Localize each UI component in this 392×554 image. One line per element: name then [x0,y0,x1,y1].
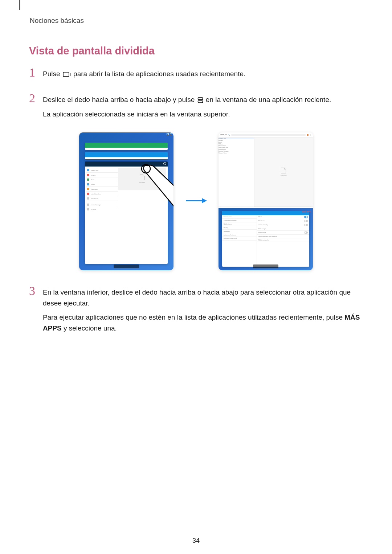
settings-value: Bluetooth [258,220,265,222]
app-title: MY FILES [220,134,226,136]
split-view-icon[interactable] [163,162,166,165]
split-divider[interactable] [219,207,313,208]
tablet-before: Recent files Images Audio Videos Documen… [79,132,173,270]
list-item: Installation files [91,193,101,195]
list-item: Images [91,174,95,176]
app-card-header [85,161,168,167]
settings-value: Wi-Fi [258,216,262,218]
recent-apps-icon [63,69,71,74]
step-body: Pulse para abrir la lista de aplicacione… [43,66,363,83]
step-body: En la ventana inferior, deslice el dedo … [43,285,363,337]
split-top-pane: MY FILES 🔍 ⋮ Recent files Images Audio V… [219,132,313,207]
svg-marker-6 [202,198,207,203]
illustration: Recent files Images Audio Videos Documen… [29,132,363,270]
text: Deslice el dedo hacia arriba o hacia aba… [43,96,197,103]
toggle[interactable] [304,216,308,218]
settings-item[interactable]: Display [224,227,228,229]
svg-rect-1 [70,73,70,76]
settings-item[interactable]: Notifications [224,223,232,225]
action-icon[interactable] [307,134,309,136]
page: Nociones básicas Vista de pantalla divid… [0,0,392,554]
placeholder-text: No files [139,181,146,184]
step-1: 1 Pulse para abrir la lista de aplicacio… [29,66,363,83]
toggle[interactable] [304,220,308,222]
split-view-icon [197,95,203,101]
settings-item[interactable]: Device maintenance [224,238,237,239]
file-icon [140,175,145,180]
step-body: Deslice el dedo hacia arriba o hacia aba… [43,92,363,123]
step-number: 2 [29,92,37,123]
text: Para ejecutar aplicaciones que no estén … [43,313,344,321]
svg-rect-3 [198,101,203,103]
settings-value: Flight mode [258,231,266,233]
running-header: Nociones básicas [30,17,363,25]
tablet-after: MY FILES 🔍 ⋮ Recent files Images Audio V… [219,132,313,270]
list-item: Documents [91,188,98,190]
search-input[interactable] [231,134,306,136]
toggle[interactable] [304,224,308,226]
settings-item[interactable]: Connections [224,216,232,218]
file-icon [281,168,286,173]
page-number: 34 [0,537,392,545]
step-number: 1 [29,66,37,83]
svg-rect-2 [198,98,203,100]
more-apps-button[interactable]: MORE APPS [302,211,311,213]
close-all-button[interactable] [253,264,278,268]
text: en la ventana de una aplicación reciente… [206,96,331,103]
list-item: Recent files [91,169,98,171]
toggle[interactable] [304,231,308,234]
app-card-header [222,211,309,215]
settings-value: Tablet visibility [258,224,268,226]
text: En la ventana inferior, deslice el dedo … [43,287,363,308]
list-item: Audio [91,179,94,181]
settings-item[interactable]: Sound and vibration [224,219,237,221]
arrow-right-icon [185,197,207,206]
step-number: 3 [29,285,37,337]
app-card-header [85,143,168,148]
section-title: Vista de pantalla dividida [29,45,363,57]
settings-value: Mobile Hotspot and Tethering [258,235,277,237]
svg-rect-0 [63,72,69,77]
close-all-button[interactable] [114,264,139,268]
settings-item[interactable]: Wallpaper [224,230,230,232]
text: para abrir la lista de aplicaciones usad… [73,70,245,78]
list-item[interactable]: Secure Files [219,152,226,154]
menu-icon[interactable]: ⋮ [310,134,311,136]
list-item: SD card [91,209,96,210]
list-item: Downloads [91,198,98,200]
app-card-header [85,152,168,157]
page-tab-mark [19,0,20,10]
step-2: 2 Deslice el dedo hacia arriba o hacia a… [29,92,363,123]
list-item: Internal storage [91,204,101,206]
text: Pulse [43,70,62,78]
split-bottom-pane: MORE APPS Connections Sound and vibratio… [219,207,313,271]
placeholder-text: No files [281,175,287,177]
text: y seleccione una. [62,324,117,332]
settings-value: Data usage [258,228,266,230]
settings-value: Mobile networks [258,239,269,241]
step-3: 3 En la ventana inferior, deslice el ded… [29,285,363,337]
text: La aplicación seleccionada se iniciará e… [43,109,363,119]
list-item: Videos [91,184,95,185]
settings-item[interactable]: Advanced features [224,234,236,236]
